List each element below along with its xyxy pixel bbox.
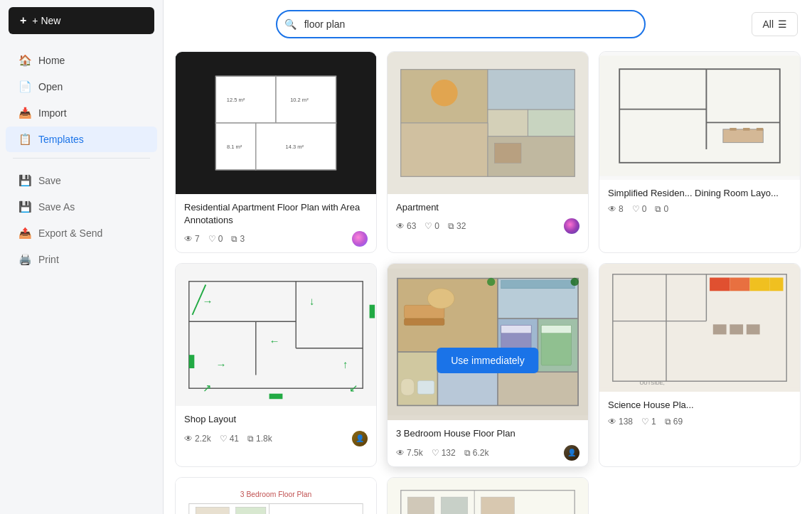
stat-copies-apartment: ⧉ 32 (448, 221, 466, 231)
stat-likes-bedroom-house: ♡ 132 (432, 448, 456, 458)
main-content: 🔍 All ☰ 12.5 m² (164, 0, 812, 514)
sidebar-item-templates[interactable]: 📋 Templates (6, 127, 157, 152)
template-card-3bedroom-text[interactable]: 3 Bedroom Floor Plan (175, 477, 377, 514)
template-thumb-bedroom-house: Use immediately (388, 264, 588, 420)
filter-button[interactable]: All ☰ (752, 12, 798, 36)
sidebar-divider (13, 158, 150, 159)
template-info-bedroom-house: 3 Bedroom House Floor Plan 👁 7.5k ♡ 132 (388, 420, 588, 466)
svg-rect-19 (494, 143, 521, 163)
print-icon: 🖨️ (18, 253, 31, 266)
stat-views-shop: 👁 2.2k (184, 434, 211, 444)
search-icon: 🔍 (284, 18, 297, 30)
svg-rect-75 (770, 278, 784, 291)
svg-point-18 (431, 80, 458, 107)
template-card-shop[interactable]: → ↓ ← ↑ → ↗ ↙ (175, 263, 377, 466)
template-card-science[interactable]: OUTSIDE, Science House Pla... 👁 138 ♡ (599, 263, 801, 466)
stat-views-apt-annotations: 👁 7 (184, 234, 200, 244)
svg-rect-16 (401, 123, 488, 176)
templates-icon: 📋 (18, 133, 31, 146)
template-info-shop: Shop Layout 👁 2.2k ♡ 41 (176, 406, 376, 451)
template-info-apt-annotations: Residential Apartment Floor Plan with Ar… (176, 194, 376, 252)
template-title-simplified: Simplified Residen... Dining Room Layo..… (608, 187, 791, 200)
search-bar-container: 🔍 All ☰ (164, 0, 812, 45)
sidebar-item-save-as-label: Save As (38, 201, 75, 213)
copy-icon-apt: ⧉ (448, 221, 454, 231)
save-icon: 💾 (18, 174, 31, 187)
save-as-icon: 💾 (18, 200, 31, 213)
stats-left-science: 👁 138 ♡ 1 ⧉ 69 (608, 417, 683, 427)
template-card-bottom-right[interactable] (387, 477, 589, 514)
heart-icon-apt: ♡ (424, 221, 432, 231)
sidebar-item-print-label: Print (38, 254, 59, 265)
svg-rect-78 (747, 325, 760, 335)
stat-copies-simplified: ⧉ 0 (655, 204, 668, 214)
template-thumb-simplified (599, 52, 800, 180)
avatar-apt-annotations (352, 231, 368, 247)
svg-rect-91 (407, 497, 434, 514)
stats-left-shop: 👁 2.2k ♡ 41 ⧉ 1.8k (184, 434, 272, 444)
svg-rect-14 (488, 109, 528, 136)
eye-icon-science: 👁 (608, 417, 616, 427)
copy-icon-science: ⧉ (665, 417, 671, 427)
stats-left-apartment: 👁 63 ♡ 0 ⧉ 32 (396, 221, 466, 231)
filter-menu-icon: ☰ (778, 18, 787, 30)
stat-likes-apartment: ♡ 0 (424, 221, 439, 231)
stat-views-bedroom-house: 👁 7.5k (396, 448, 423, 458)
svg-text:14.3 m²: 14.3 m² (286, 144, 304, 150)
heart-icon-science: ♡ (641, 417, 649, 427)
stats-left-simplified: 👁 8 ♡ 0 ⧉ 0 (608, 204, 668, 214)
template-title-apt-annotations: Residential Apartment Floor Plan with Ar… (184, 201, 368, 227)
sidebar-item-home[interactable]: 🏠 Home (6, 48, 157, 73)
svg-rect-13 (488, 70, 575, 109)
template-title-science: Science House Pla... (608, 399, 791, 412)
copy-icon-simplified: ⧉ (655, 204, 661, 214)
svg-rect-85 (196, 507, 229, 514)
svg-rect-54 (498, 373, 578, 406)
template-card-apartment[interactable]: Apartment 👁 63 ♡ 0 ⧉ (387, 51, 589, 253)
sidebar-item-templates-label: Templates (38, 134, 84, 145)
template-stats-science: 👁 138 ♡ 1 ⧉ 69 (608, 417, 791, 427)
sidebar-item-export[interactable]: 📤 Export & Send (6, 220, 157, 246)
heart-icon-shop: ♡ (220, 434, 228, 444)
eye-icon-simplified: 👁 (608, 204, 616, 214)
template-card-bedroom-house[interactable]: ♡ (387, 263, 589, 466)
sidebar-item-save-as[interactable]: 💾 Save As (6, 194, 157, 220)
svg-rect-42 (370, 305, 375, 318)
stat-views-science: 👁 138 (608, 417, 633, 427)
heart-icon: ♡ (208, 234, 216, 244)
sidebar-item-export-label: Export & Send (38, 227, 102, 239)
template-title-shop: Shop Layout (184, 413, 368, 426)
template-thumb-3bedroom-text: 3 Bedroom Floor Plan (176, 478, 376, 514)
use-immediately-button[interactable]: Use immediately (437, 348, 538, 373)
template-card-apt-annotations[interactable]: 12.5 m² 10.2 m² 8.1 m² 14.3 m² Residenti… (175, 51, 377, 253)
sidebar-item-open[interactable]: 📄 Open (6, 74, 157, 100)
sidebar-item-import[interactable]: 📥 Import (6, 100, 157, 126)
svg-rect-64 (417, 381, 434, 395)
sidebar-nav: 🏠 Home 📄 Open 📥 Import 📋 Templates 💾 Sav… (0, 41, 163, 514)
sidebar-item-print[interactable]: 🖨️ Print (6, 247, 157, 272)
sidebar-item-import-label: Import (38, 107, 67, 119)
templates-grid: 12.5 m² 10.2 m² 8.1 m² 14.3 m² Residenti… (175, 51, 801, 514)
svg-rect-76 (713, 325, 727, 335)
svg-rect-20 (599, 55, 800, 176)
import-icon: 📥 (18, 107, 31, 119)
avatar-apartment (564, 218, 579, 234)
svg-rect-27 (743, 128, 749, 131)
sidebar: + + New 🏠 Home 📄 Open 📥 Import 📋 Templat… (0, 0, 164, 514)
sidebar-item-save[interactable]: 💾 Save (6, 168, 157, 193)
svg-text:12.5 m²: 12.5 m² (227, 97, 245, 103)
svg-text:OUTSIDE,: OUTSIDE, (639, 380, 665, 386)
svg-rect-61 (541, 326, 571, 333)
eye-icon-apt: 👁 (396, 221, 405, 231)
plus-icon: + (20, 14, 26, 27)
new-button[interactable]: + + New (9, 7, 154, 34)
search-input[interactable] (276, 10, 646, 38)
svg-point-57 (427, 289, 454, 309)
stats-left-apt-annotations: 👁 7 ♡ 0 ⧉ 3 (184, 234, 245, 244)
template-info-science: Science House Pla... 👁 138 ♡ 1 (599, 392, 800, 432)
svg-rect-25 (723, 129, 763, 143)
svg-rect-86 (236, 507, 266, 514)
svg-text:8.1 m²: 8.1 m² (227, 144, 242, 150)
stat-likes-science: ♡ 1 (641, 417, 656, 427)
template-card-simplified[interactable]: Simplified Residen... Dining Room Layo..… (599, 51, 801, 253)
